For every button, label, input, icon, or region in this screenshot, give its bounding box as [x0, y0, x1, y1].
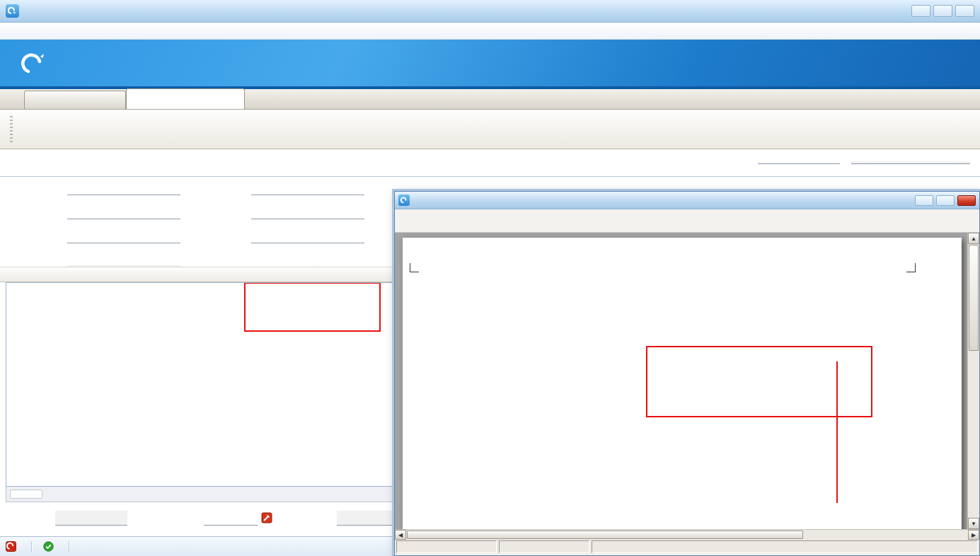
preview-content: ▲ ▼: [395, 233, 979, 529]
preview-close-button[interactable]: [957, 195, 976, 206]
preview-minimize-button[interactable]: [915, 195, 933, 206]
annotation-redline: [836, 361, 838, 503]
date-input[interactable]: [758, 161, 840, 164]
preview-maximize-button[interactable]: [936, 195, 955, 206]
tabstrip: [0, 89, 980, 110]
grid-hscroll-thumb[interactable]: [10, 490, 42, 499]
address-input[interactable]: [67, 217, 180, 219]
preview-logo-icon: [398, 195, 410, 206]
ship-method-input[interactable]: [67, 241, 180, 243]
customer-input[interactable]: [67, 193, 180, 195]
preview-dialog: ▲ ▼ ◀ ▶: [394, 191, 980, 556]
receiver-input[interactable]: [251, 193, 364, 195]
banner: [0, 40, 980, 89]
app-center-status: [6, 541, 20, 552]
salesman-input[interactable]: [251, 217, 364, 219]
annotation-redbox-grid: [244, 282, 381, 332]
toolbar-grip: [10, 116, 13, 143]
total-amount-box: [55, 511, 127, 526]
qr-code: [417, 255, 500, 341]
menubar: [0, 23, 980, 40]
brand-swirl-icon: [21, 50, 50, 79]
discount-edit-icon[interactable]: [261, 512, 272, 526]
doc-header: [0, 149, 980, 177]
preview-toolbar: [395, 209, 979, 233]
tab-nav-window[interactable]: [24, 91, 126, 109]
logistics-input[interactable]: [251, 241, 364, 243]
discount-input[interactable]: [204, 511, 258, 526]
connection-status: [43, 541, 57, 552]
annotation-redbox-print: [646, 346, 872, 417]
preview-vscrollbar[interactable]: ▲ ▼: [967, 233, 979, 529]
crop-mark: [906, 263, 916, 272]
brand-logo: [21, 50, 74, 79]
minimize-button[interactable]: [911, 5, 930, 17]
doc-no-input: [851, 161, 970, 164]
page-indicator: [396, 540, 497, 553]
preview-titlebar: [395, 192, 979, 209]
main-toolbar: [0, 110, 980, 149]
maximize-button[interactable]: [933, 5, 952, 17]
preview-hscrollbar[interactable]: ◀ ▶: [395, 529, 979, 540]
tab-delivery-note[interactable]: [126, 88, 245, 109]
preview-statusbar: [395, 540, 979, 554]
titlebar: [0, 0, 980, 23]
app-center-icon: [6, 541, 16, 552]
app-logo-icon: [6, 4, 19, 18]
connection-ok-icon: [43, 541, 54, 552]
print-page: [403, 238, 962, 529]
close-button[interactable]: [955, 5, 974, 17]
